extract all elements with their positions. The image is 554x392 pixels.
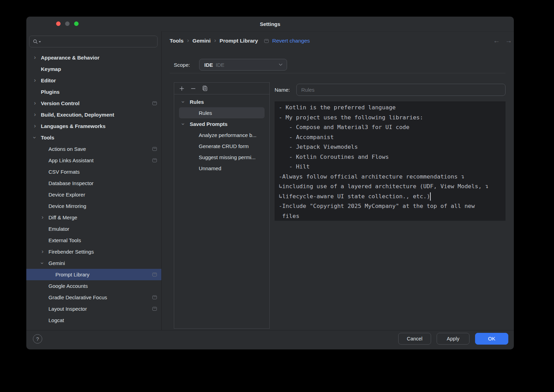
sidebar-item-label: Layout Inspector [48,306,87,312]
sidebar-item-label: Diff & Merge [48,215,77,220]
breadcrumb-tools[interactable]: Tools [170,38,184,44]
sidebar-item-label: Version Control [41,100,80,106]
remove-prompt-button[interactable] [189,84,198,93]
modified-icon [152,273,157,276]
scope-divider [170,73,506,73]
modified-icon [152,295,157,299]
window-title: Settings [26,17,514,31]
chevron-icon[interactable] [34,100,36,106]
header-divider [161,31,514,31]
sidebar-tree-item[interactable]: Device Mirroring [26,200,161,212]
sidebar-item-label: Prompt Library [55,272,89,277]
titlebar: Settings [26,17,514,31]
modified-icon [264,39,269,43]
chevron-icon[interactable] [180,123,186,125]
sidebar-tree-item[interactable]: Diff & Merge [26,212,161,223]
sidebar-tree-item[interactable]: Plugins [26,86,161,98]
sidebar-item-label: Device Mirroring [48,203,86,209]
help-icon[interactable] [33,334,42,344]
prompt-tree-item[interactable]: Rules [174,96,269,107]
cancel-button[interactable]: Cancel [398,333,431,345]
prompt-tree-item[interactable]: Rules [179,107,265,118]
sidebar-item-label: CSV Formats [48,169,80,175]
chevron-icon[interactable] [34,123,36,129]
sidebar-item-label: Build, Execution, Deployment [41,112,114,118]
apply-button[interactable]: Apply [437,333,470,345]
sidebar-tree-item[interactable]: Build, Execution, Deployment [26,109,161,120]
sidebar-tree-item[interactable]: Device Explorer [26,189,161,200]
sidebar-tree-item[interactable]: CSV Formats [26,166,161,177]
prompt-item-label: Analyze performance b... [199,132,257,138]
sidebar-tree-item[interactable]: Google Accounts [26,280,161,292]
prompt-text-editor[interactable]: - Kotlin is the preferred language - My … [275,101,506,221]
sidebar-tree-item[interactable]: Prompt Library [26,269,161,280]
scope-dropdown[interactable]: IDE IDE [199,59,287,71]
sidebar-item-label: Device Explorer [48,192,85,198]
chevron-icon[interactable] [34,54,36,60]
forward-arrow-icon[interactable]: → [505,37,512,45]
name-label: Name: [275,84,290,96]
prompt-text[interactable]: - Kotlin is the preferred language - My … [275,101,506,222]
add-prompt-button[interactable] [177,84,186,93]
settings-window: Settings Appearance & Behavior Keymap Ed… [26,17,514,349]
scope-value: IDE [216,62,224,68]
prompt-item-label: Rules [190,99,204,105]
sidebar-item-label: Keymap [41,66,61,72]
breadcrumb-separator-icon [214,37,216,44]
sidebar-tree-item[interactable]: Emulator [26,223,161,235]
search-icon [33,39,38,44]
prompt-tree: Rules Rules Saved Prompts Analyze perfor… [174,94,269,174]
prompt-tree-item[interactable]: Suggest missing permi... [174,152,269,163]
breadcrumb-separator-icon [187,37,189,44]
search-options-caret-icon[interactable] [39,41,41,43]
prompt-item-label: Unnamed [199,165,221,171]
sidebar-item-label: Logcat [48,317,64,323]
prompt-tree-item[interactable]: Analyze performance b... [174,129,269,140]
chevron-icon[interactable] [39,262,45,264]
text-caret [430,192,431,201]
sidebar-tree-item[interactable]: External Tools [26,235,161,246]
sidebar-item-label: Database Inspector [48,180,93,186]
sidebar-tree-item[interactable]: Languages & Frameworks [26,120,161,132]
sidebar-tree-item[interactable]: App Links Assistant [26,155,161,166]
sidebar-tree-item[interactable]: Tools [26,132,161,143]
settings-tree: Appearance & Behavior Keymap Editor Plug… [26,52,161,326]
modified-icon [152,147,157,151]
prompt-tree-item[interactable]: Saved Prompts [174,118,269,129]
sidebar-tree-item[interactable]: Gemini [26,257,161,269]
sidebar-item-label: Firebender Settings [48,249,94,255]
sidebar-tree-item[interactable]: Firebender Settings [26,246,161,257]
sidebar-tree-item[interactable]: Version Control [26,98,161,109]
sidebar-tree-item[interactable]: Logcat [26,314,161,326]
sidebar-tree-item[interactable]: Editor [26,75,161,86]
sidebar-tree-item[interactable]: Layout Inspector [26,303,161,314]
sidebar-tree-item[interactable]: Gradle Declarative Focus [26,292,161,303]
back-arrow-icon[interactable]: ← [493,37,500,45]
revert-changes-link[interactable]: Revert changes [272,38,310,44]
breadcrumb: Tools Gemini Prompt Library Revert chang… [170,36,310,46]
chevron-icon[interactable] [42,248,44,254]
chevron-icon[interactable] [42,214,44,220]
prompt-item-label: Generate CRUD form [199,143,249,149]
search-input[interactable] [44,39,154,44]
prompt-tree-item[interactable]: Unnamed [174,163,269,174]
sidebar-item-label: Gemini [48,260,65,266]
sidebar-tree-item[interactable]: Appearance & Behavior [26,52,161,63]
sidebar-tree-item[interactable]: Database Inspector [26,177,161,189]
scope-value-prefix: IDE [204,62,213,68]
chevron-icon[interactable] [180,101,186,103]
breadcrumb-gemini[interactable]: Gemini [193,38,211,44]
sidebar-tree-item[interactable]: Keymap [26,63,161,75]
chevron-icon[interactable] [34,77,36,83]
prompt-list-panel: Rules Rules Saved Prompts Analyze perfor… [174,82,270,329]
breadcrumb-prompt-library: Prompt Library [220,38,258,44]
ok-button[interactable]: OK [475,333,508,345]
prompt-name-input[interactable] [296,84,506,96]
copy-prompt-button[interactable] [200,84,209,93]
chevron-icon[interactable] [32,137,38,139]
prompt-tree-item[interactable]: Generate CRUD form [174,140,269,152]
sidebar-tree-item[interactable]: Actions on Save [26,143,161,155]
sidebar-item-label: Google Accounts [48,283,88,289]
chevron-icon[interactable] [34,111,36,117]
sidebar-item-label: External Tools [48,237,81,243]
